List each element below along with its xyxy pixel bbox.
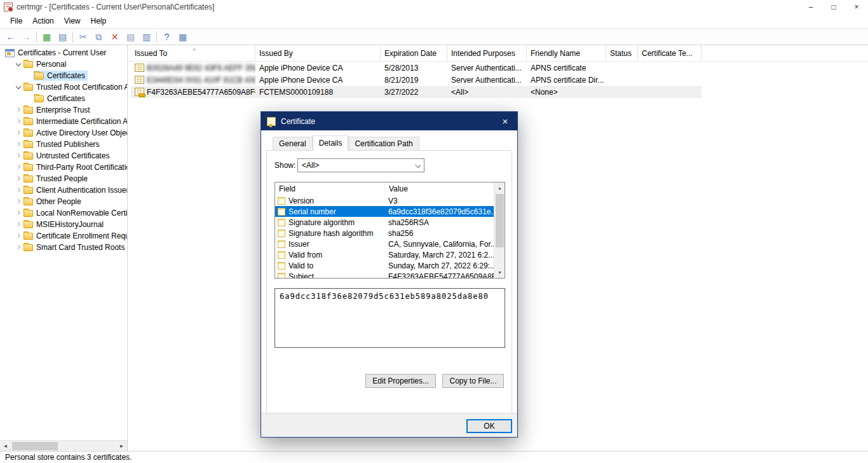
menu-item-file[interactable]: File: [5, 15, 27, 27]
refresh-button[interactable]: ▥: [139, 30, 154, 44]
tree-node[interactable]: Untrusted Certificates: [22, 151, 112, 161]
tree-item-enterprise-trust[interactable]: Enterprise Trust: [0, 104, 127, 116]
tree-node[interactable]: Trusted Root Certification Au: [22, 82, 128, 92]
tree-item-other-people[interactable]: Other People: [0, 196, 127, 207]
tree-item-certificates[interactable]: Certificates: [0, 93, 127, 104]
chevron-collapsed-icon[interactable]: [15, 209, 22, 217]
chevron-expanded-icon[interactable]: [15, 83, 22, 91]
field-row-subject[interactable]: SubjectF4F3263AEBE54777A6509A8F...: [275, 271, 495, 279]
scroll-up-icon[interactable]: ▲: [494, 183, 505, 193]
certificate-row[interactable]: B3528A49 9E92 43F6 AEFF 35C...Apple iPho…: [131, 62, 702, 74]
chevron-collapsed-icon[interactable]: [15, 175, 22, 183]
tree-item-certificates[interactable]: Certificates: [0, 70, 127, 81]
tree-horizontal-scrollbar[interactable]: ◄ ►: [0, 440, 127, 451]
tab-details[interactable]: Details: [313, 135, 349, 150]
tree-item-trusted-publishers[interactable]: Trusted Publishers: [0, 139, 127, 150]
tree-item-untrusted-certificates[interactable]: Untrusted Certificates: [0, 150, 127, 162]
copy-to-file-button[interactable]: Copy to File...: [442, 374, 504, 388]
delete-button[interactable]: ✕: [107, 30, 123, 44]
tree-node[interactable]: Intermediate Certification Au: [22, 116, 128, 127]
menu-item-action[interactable]: Action: [27, 15, 58, 27]
tree-node[interactable]: Smart Card Trusted Roots: [22, 242, 127, 252]
chevron-collapsed-icon[interactable]: [15, 198, 22, 205]
tab-certification-path[interactable]: Certification Path: [348, 137, 419, 150]
cut-button[interactable]: ✂: [75, 30, 91, 44]
field-row-issuer[interactable]: IssuerCA, Sunnyvale, California, For...: [275, 238, 495, 249]
field-row-valid-from[interactable]: Valid fromSaturday, March 27, 2021 6:2..…: [275, 249, 495, 260]
tree-node[interactable]: Personal: [22, 59, 69, 69]
chevron-collapsed-icon[interactable]: [15, 163, 22, 171]
tree-node[interactable]: Certificates: [33, 93, 88, 104]
tree-item-third-party-root-certification[interactable]: Third-Party Root Certification: [0, 162, 127, 173]
view-options-button[interactable]: ▦: [175, 30, 191, 44]
column-header-issued-to[interactable]: Issued To^: [131, 45, 255, 61]
chevron-collapsed-icon[interactable]: [15, 221, 22, 228]
field-row-version[interactable]: VersionV3: [275, 195, 495, 206]
tree-item-trusted-people[interactable]: Trusted People: [0, 173, 127, 184]
copy-button[interactable]: ⧉: [91, 30, 107, 44]
field-row-valid-to[interactable]: Valid toSunday, March 27, 2022 6:29:...: [275, 260, 495, 271]
tree-item-certificates-current-user[interactable]: Certificates - Current User: [0, 47, 127, 59]
chevron-collapsed-icon[interactable]: [15, 129, 22, 137]
minimize-button[interactable]: –: [799, 0, 822, 14]
properties-button[interactable]: ▤: [123, 30, 139, 44]
dialog-close-icon[interactable]: ×: [493, 112, 517, 130]
tree-item-certificate-enrollment-reque[interactable]: Certificate Enrollment Reque: [0, 230, 127, 242]
scroll-right-icon[interactable]: ►: [116, 441, 127, 452]
field-list-scrollbar[interactable]: ▲ ▼: [494, 183, 505, 278]
export-list-button[interactable]: ▤: [55, 30, 71, 44]
chevron-collapsed-icon[interactable]: [15, 152, 22, 160]
chevron-collapsed-icon[interactable]: [15, 141, 22, 148]
tab-general[interactable]: General: [273, 137, 313, 150]
column-header-friendly-name[interactable]: Friendly Name: [527, 45, 606, 61]
field-row-signature-hash-algorithm[interactable]: Signature hash algorithmsha256: [275, 228, 495, 238]
ok-button[interactable]: OK: [466, 419, 512, 433]
certificate-row[interactable]: E3449D34 0031 410F 81CB 43C...Apple iPho…: [131, 74, 702, 86]
tree-item-intermediate-certification-au[interactable]: Intermediate Certification Au: [0, 116, 127, 127]
close-button[interactable]: ×: [845, 0, 868, 14]
field-column-header[interactable]: Field: [275, 184, 384, 193]
chevron-collapsed-icon[interactable]: [15, 118, 22, 125]
tree-node[interactable]: Other People: [22, 197, 84, 207]
tree-node[interactable]: Client Authentication Issuers: [22, 185, 128, 195]
menu-item-view[interactable]: View: [59, 15, 86, 27]
field-value-detail[interactable]: 6a9dcc318f36e82079d5c631eb589a8025da8e80: [275, 288, 505, 348]
tree-node[interactable]: Trusted People: [22, 174, 90, 184]
show-console-tree-button[interactable]: ▦: [39, 30, 55, 44]
tree-node[interactable]: Certificates: [33, 71, 88, 81]
field-row-signature-algorithm[interactable]: Signature algorithmsha256RSA: [275, 217, 495, 228]
tree-node[interactable]: Active Directory User Object: [22, 128, 128, 138]
scroll-down-icon[interactable]: ▼: [494, 267, 505, 278]
tree-node[interactable]: Third-Party Root Certification: [22, 162, 128, 172]
tree-node[interactable]: Trusted Publishers: [22, 139, 102, 149]
back-button[interactable]: ←: [3, 30, 18, 44]
column-header-intended-purposes[interactable]: Intended Purposes: [447, 45, 527, 61]
tree-item-smart-card-trusted-roots[interactable]: Smart Card Trusted Roots: [0, 242, 127, 253]
column-header-certificate-te[interactable]: Certificate Te...: [638, 45, 702, 61]
tree-node[interactable]: Enterprise Trust: [22, 105, 93, 115]
chevron-collapsed-icon[interactable]: [15, 244, 22, 251]
scroll-left-icon[interactable]: ◄: [0, 441, 11, 452]
chevron-expanded-icon[interactable]: [15, 60, 22, 68]
tree-item-msiehistoryjournal[interactable]: MSIEHistoryJournal: [0, 219, 127, 230]
help-button[interactable]: ?: [159, 30, 175, 44]
edit-properties-button[interactable]: Edit Properties...: [365, 374, 436, 388]
tree-node[interactable]: Local NonRemovable Certific: [22, 208, 128, 218]
scrollbar-thumb[interactable]: [12, 442, 58, 450]
column-header-issued-by[interactable]: Issued By: [255, 45, 381, 61]
scrollbar-thumb[interactable]: [496, 194, 504, 247]
tree-item-trusted-root-certification-au[interactable]: Trusted Root Certification Au: [0, 81, 127, 93]
tree-item-active-directory-user-object[interactable]: Active Directory User Object: [0, 127, 127, 139]
forward-button[interactable]: →: [18, 30, 34, 44]
tree-node[interactable]: Certificate Enrollment Reque: [22, 231, 128, 241]
tree-node[interactable]: MSIEHistoryJournal: [22, 219, 106, 230]
tree-item-personal[interactable]: Personal: [0, 59, 127, 70]
menu-item-help[interactable]: Help: [86, 15, 112, 27]
chevron-collapsed-icon[interactable]: [15, 186, 22, 194]
maximize-button[interactable]: □: [822, 0, 845, 14]
chevron-collapsed-icon[interactable]: [15, 106, 22, 114]
chevron-collapsed-icon[interactable]: [15, 232, 22, 240]
column-header-expiration-date[interactable]: Expiration Date: [381, 45, 447, 61]
tree-item-local-nonremovable-certific[interactable]: Local NonRemovable Certific: [0, 207, 127, 219]
column-header-status[interactable]: Status: [606, 45, 638, 61]
